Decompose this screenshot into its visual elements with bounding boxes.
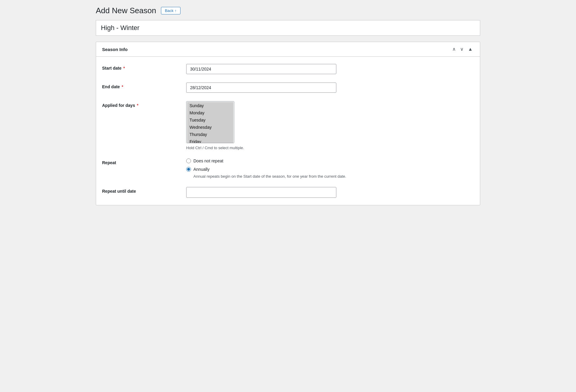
start-date-row: Start date * [102, 64, 474, 74]
repeat-field: Does not repeat Annually Annual repeats … [186, 158, 474, 179]
day-option-sunday[interactable]: Sunday [187, 102, 233, 109]
day-option-friday[interactable]: Friday [187, 138, 233, 143]
season-name-input[interactable] [96, 20, 480, 36]
repeat-until-date-label: Repeat until date [102, 187, 186, 194]
annually-option-wrapper: Annually Annual repeats begin on the Sta… [186, 167, 474, 179]
annual-note: Annual repeats begin on the Start date o… [193, 174, 474, 179]
applied-for-days-row: Applied for days * SundayMondayTuesdayWe… [102, 101, 474, 150]
does-not-repeat-label: Does not repeat [193, 158, 223, 163]
panel-move-up-button[interactable]: ▲ [467, 46, 474, 52]
day-option-tuesday[interactable]: Tuesday [187, 116, 233, 124]
end-date-required: * [120, 84, 123, 89]
panel-controls: ∧ ∨ ▲ [451, 46, 474, 52]
start-date-field [186, 64, 474, 74]
start-date-label: Start date * [102, 64, 186, 71]
season-info-panel: Season Info ∧ ∨ ▲ Start date * End dat [96, 42, 480, 205]
end-date-field [186, 83, 474, 93]
repeat-until-date-field [186, 187, 474, 198]
does-not-repeat-radio[interactable] [186, 158, 191, 163]
applied-for-days-label: Applied for days * [102, 101, 186, 108]
day-option-wednesday[interactable]: Wednesday [187, 124, 233, 131]
days-select[interactable]: SundayMondayTuesdayWednesdayThursdayFrid… [186, 101, 234, 143]
repeat-until-date-input[interactable] [186, 187, 336, 198]
end-date-input[interactable] [186, 83, 336, 93]
end-date-row: End date * [102, 83, 474, 93]
applied-for-days-required: * [136, 103, 138, 108]
repeat-until-date-row: Repeat until date [102, 187, 474, 198]
panel-collapse-down-button[interactable]: ∨ [459, 46, 465, 52]
annually-option[interactable]: Annually [186, 167, 474, 172]
start-date-required: * [122, 66, 125, 71]
page-title: Add New Season [96, 6, 156, 15]
applied-for-days-field: SundayMondayTuesdayWednesdayThursdayFrid… [186, 101, 474, 150]
repeat-radio-group: Does not repeat Annually Annual repeats … [186, 158, 474, 179]
back-button[interactable]: Back ↑ [161, 7, 180, 14]
panel-collapse-up-button[interactable]: ∧ [451, 46, 457, 52]
day-option-monday[interactable]: Monday [187, 109, 233, 116]
does-not-repeat-option[interactable]: Does not repeat [186, 158, 474, 163]
page-header: Add New Season Back ↑ [96, 6, 480, 15]
annually-label: Annually [193, 167, 210, 172]
annually-radio[interactable] [186, 167, 191, 172]
panel-title: Season Info [102, 47, 128, 52]
repeat-label: Repeat [102, 158, 186, 165]
start-date-input[interactable] [186, 64, 336, 74]
end-date-label: End date * [102, 83, 186, 89]
days-help-text: Hold Ctrl / Cmd to select multiple. [186, 146, 474, 150]
panel-body: Start date * End date * Applied for days… [96, 57, 480, 205]
repeat-row: Repeat Does not repeat Annually Ann [102, 158, 474, 179]
panel-header: Season Info ∧ ∨ ▲ [96, 42, 480, 57]
day-option-thursday[interactable]: Thursday [187, 131, 233, 138]
